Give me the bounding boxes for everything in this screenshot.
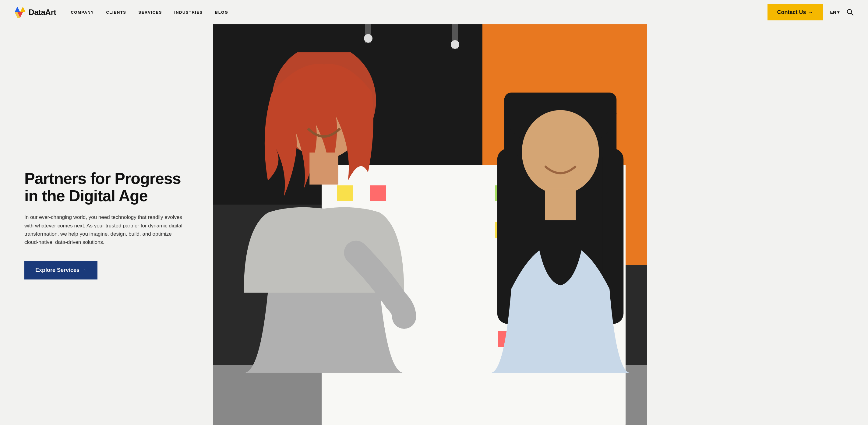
logo-icon (14, 7, 26, 18)
main-nav: COMPANY CLIENTS SERVICES INDUSTRIES BLOG (71, 10, 228, 14)
svg-rect-8 (309, 153, 338, 185)
hero-title: Partners for Progress in the Digital Age (24, 170, 189, 204)
contact-us-button[interactable]: Contact Us → (768, 4, 823, 21)
nav-item-company[interactable]: COMPANY (71, 10, 94, 14)
pendant-bulb-2 (451, 40, 459, 49)
pendant-bulb-1 (364, 34, 372, 43)
logo[interactable]: DataArt (14, 7, 56, 18)
nav-item-services[interactable]: SERVICES (138, 10, 162, 14)
hero-section: Partners for Progress in the Digital Age… (0, 24, 868, 425)
person-2-silhouette (474, 93, 647, 373)
svg-point-11 (522, 110, 599, 194)
svg-marker-1 (20, 7, 26, 12)
language-selector[interactable]: EN ▾ (830, 10, 839, 14)
header-left: DataArt COMPANY CLIENTS SERVICES INDUSTR… (14, 7, 228, 18)
chevron-down-icon: ▾ (837, 10, 839, 14)
person-1-silhouette (226, 52, 422, 373)
nav-item-blog[interactable]: BLOG (215, 10, 228, 14)
pendant-light-1 (365, 24, 371, 43)
office-background (213, 24, 647, 425)
explore-services-button[interactable]: Explore Services → (24, 261, 97, 280)
logo-text: DataArt (29, 8, 56, 17)
search-icon (847, 9, 854, 15)
svg-marker-0 (14, 7, 20, 12)
svg-rect-14 (545, 189, 576, 220)
pendant-light-2 (452, 24, 458, 49)
nav-item-clients[interactable]: CLIENTS (106, 10, 126, 14)
svg-line-5 (851, 13, 854, 15)
hero-image (213, 24, 647, 425)
hero-content: Partners for Progress in the Digital Age… (0, 24, 213, 425)
header-right: Contact Us → EN ▾ (768, 4, 854, 21)
hero-description: In our ever-changing world, you need tec… (24, 213, 183, 246)
lang-label: EN (830, 10, 836, 14)
nav-item-industries[interactable]: INDUSTRIES (174, 10, 203, 14)
header: DataArt COMPANY CLIENTS SERVICES INDUSTR… (0, 0, 868, 24)
search-button[interactable] (847, 9, 854, 15)
